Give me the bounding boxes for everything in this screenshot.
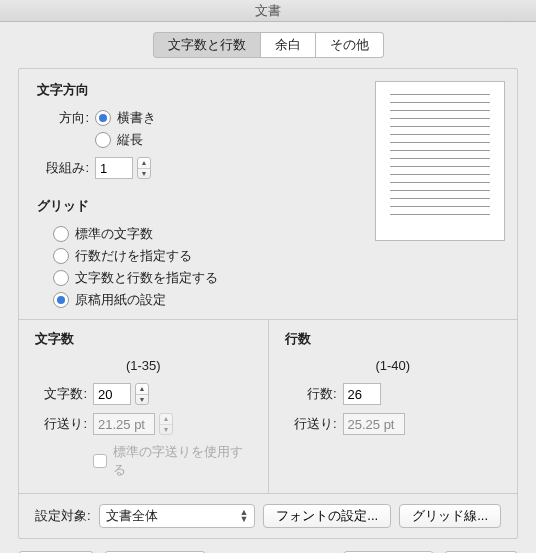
radio-grid-manuscript-label: 原稿用紙の設定 (75, 291, 166, 309)
radio-grid-chars-lines-label: 文字数と行数を指定する (75, 269, 218, 287)
chars-count-stepper[interactable]: ▲▼ (135, 383, 149, 405)
columns-label: 段組み: (37, 159, 89, 177)
apply-to-label: 設定対象: (35, 507, 91, 525)
columns-stepper[interactable]: ▲▼ (137, 157, 151, 179)
lines-pitch-input (343, 413, 405, 435)
chars-heading: 文字数 (35, 330, 252, 348)
radio-vertical-label: 縦長 (117, 131, 143, 149)
radio-vertical[interactable] (95, 132, 111, 148)
page-preview (375, 81, 505, 241)
use-default-pitch-label: 標準の字送りを使用する (113, 443, 252, 479)
lines-count-input[interactable] (343, 383, 381, 405)
chars-pitch-stepper: ▲▼ (159, 413, 173, 435)
chars-pitch-input (93, 413, 155, 435)
columns-input[interactable] (95, 157, 133, 179)
use-default-pitch-checkbox (93, 454, 107, 468)
chars-count-label: 文字数: (35, 385, 87, 403)
tab-other[interactable]: その他 (316, 32, 384, 58)
lines-heading: 行数 (285, 330, 502, 348)
lines-range: (1-40) (285, 358, 502, 373)
chars-pitch-label: 行送り: (35, 415, 87, 433)
radio-horizontal[interactable] (95, 110, 111, 126)
direction-label: 方向: (37, 109, 89, 127)
radio-grid-manuscript[interactable] (53, 292, 69, 308)
tab-chars-lines[interactable]: 文字数と行数 (153, 32, 260, 58)
chevron-updown-icon: ▲▼ (239, 509, 248, 523)
lines-count-label: 行数: (285, 385, 337, 403)
apply-to-value: 文書全体 (106, 507, 158, 525)
window-title: 文書 (0, 0, 536, 22)
radio-grid-lines-label: 行数だけを指定する (75, 247, 192, 265)
radio-grid-default[interactable] (53, 226, 69, 242)
radio-horizontal-label: 横書き (117, 109, 156, 127)
radio-grid-default-label: 標準の文字数 (75, 225, 153, 243)
tab-bar: 文字数と行数 余白 その他 (18, 32, 518, 58)
tab-margins[interactable]: 余白 (260, 32, 316, 58)
gridlines-button[interactable]: グリッド線... (399, 504, 501, 528)
chars-count-input[interactable] (93, 383, 131, 405)
radio-grid-lines[interactable] (53, 248, 69, 264)
radio-grid-chars-lines[interactable] (53, 270, 69, 286)
lines-pitch-label: 行送り: (285, 415, 337, 433)
font-settings-button[interactable]: フォントの設定... (263, 504, 391, 528)
apply-to-select[interactable]: 文書全体 ▲▼ (99, 504, 256, 528)
chars-range: (1-35) (35, 358, 252, 373)
